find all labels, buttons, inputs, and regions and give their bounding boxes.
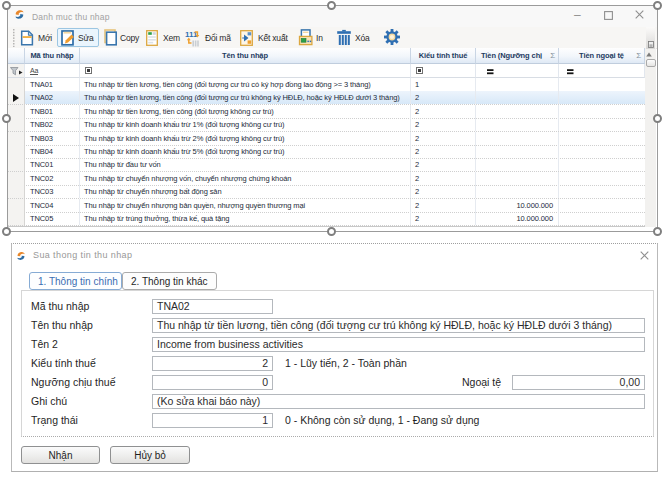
svg-text:111: 111 <box>185 30 198 39</box>
